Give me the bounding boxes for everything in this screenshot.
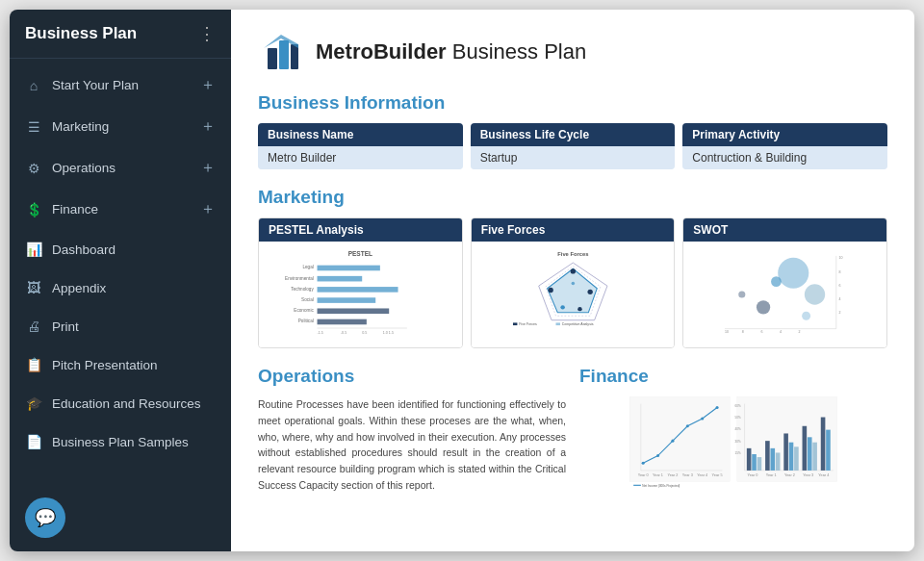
nav-plus-marketing[interactable]: ＋ (200, 116, 216, 137)
business-info-title: Business Information (258, 92, 887, 114)
svg-point-29 (560, 305, 564, 309)
svg-rect-83 (770, 448, 775, 471)
list-icon: ☰ (25, 118, 42, 136)
svg-rect-79 (747, 448, 752, 471)
nav-label-finance: Finance (52, 202, 98, 217)
info-card-value: Metro Builder (258, 146, 463, 169)
sidebar-item-finance[interactable]: 💲 Finance ＋ (10, 189, 231, 230)
sidebar-item-appendix[interactable]: 🖼 Appendix (10, 268, 231, 307)
svg-text:Year 3: Year 3 (682, 473, 693, 477)
svg-point-61 (701, 418, 704, 421)
swot-header: SWOT (683, 218, 886, 242)
sidebar-item-print[interactable]: 🖨 Print (10, 307, 231, 345)
svg-text:4: 4 (780, 330, 782, 334)
sidebar-item-start-your-plan[interactable]: ⌂ Start Your Plan ＋ (10, 64, 231, 106)
graduation-icon: 🎓 (25, 395, 42, 412)
svg-rect-91 (821, 418, 826, 471)
svg-point-27 (587, 290, 592, 294)
nav-item-left-dashboard: 📊 Dashboard (25, 241, 116, 258)
info-card: Primary Activity Contruction & Building (682, 123, 887, 169)
svg-text:10: 10 (839, 256, 843, 260)
pestel-chart: PESTEL Legal Environmental Technology So… (259, 242, 462, 347)
svg-point-48 (779, 258, 809, 289)
svg-text:-1.5: -1.5 (318, 331, 323, 335)
svg-text:PESTEL: PESTEL (348, 250, 372, 257)
svg-rect-13 (318, 287, 398, 293)
nav-plus-operations[interactable]: ＋ (200, 158, 216, 178)
sidebar-title: Business Plan (25, 24, 137, 43)
nav-label-appendix: Appendix (52, 281, 106, 295)
svg-text:Year 1: Year 1 (766, 473, 777, 477)
info-card-value: Contruction & Building (682, 146, 887, 169)
svg-text:Year 1: Year 1 (653, 473, 663, 477)
finance-title: Finance (579, 366, 887, 387)
nav-plus-start-your-plan[interactable]: ＋ (200, 75, 216, 95)
sidebar-item-operations[interactable]: ⚙ Operations ＋ (10, 147, 231, 189)
sidebar-item-education-resources[interactable]: 🎓 Education and Resources (10, 384, 231, 422)
operations-body: Routine Processes have been identified f… (258, 396, 566, 494)
image-icon: 🖼 (25, 279, 42, 296)
brand-name-bold: MetroBuilder (316, 39, 447, 64)
svg-point-62 (716, 406, 719, 409)
finance-section: Finance Year 0 Ye (579, 366, 887, 497)
nav-item-left-operations: ⚙ Operations (25, 160, 116, 177)
nav-plus-finance[interactable]: ＋ (200, 199, 216, 219)
svg-rect-2 (291, 44, 298, 69)
svg-rect-92 (826, 430, 831, 471)
nav-label-pitch-presentation: Pitch Presentation (52, 358, 158, 372)
svg-text:Five Forces: Five Forces (557, 251, 588, 257)
svg-text:Year 0: Year 0 (748, 473, 758, 477)
svg-point-59 (671, 440, 674, 443)
svg-rect-11 (318, 266, 380, 271)
sidebar: Business Plan ⋮ ⌂ Start Your Plan ＋ ☰ Ma… (10, 10, 231, 551)
svg-rect-81 (757, 457, 762, 471)
svg-rect-32 (513, 322, 517, 325)
svg-text:2: 2 (839, 311, 841, 315)
svg-text:Environmental: Environmental (285, 276, 314, 281)
svg-point-60 (686, 424, 689, 427)
sidebar-item-dashboard[interactable]: 📊 Dashboard (10, 230, 231, 268)
nav-item-left-appendix: 🖼 Appendix (25, 279, 106, 296)
svg-text:Year 4: Year 4 (697, 473, 708, 477)
document-icon: 📄 (25, 433, 42, 450)
five-forces-chart: Five Forces (472, 242, 675, 347)
home-icon: ⌂ (25, 77, 42, 94)
sidebar-item-marketing[interactable]: ☰ Marketing ＋ (10, 106, 231, 147)
sidebar-item-pitch-presentation[interactable]: 📋 Pitch Presentation (10, 345, 231, 384)
sidebar-menu-icon[interactable]: ⋮ (198, 23, 216, 44)
svg-text:6: 6 (839, 284, 841, 288)
svg-point-58 (656, 454, 659, 457)
marketing-title: Marketing (258, 187, 887, 208)
info-card: Business Life Cycle Startup (471, 123, 676, 169)
svg-text:Legal: Legal (302, 265, 313, 269)
svg-text:10: 10 (725, 330, 729, 334)
info-card-header: Business Name (258, 123, 463, 146)
svg-point-31 (571, 282, 575, 286)
svg-text:-0.5: -0.5 (341, 331, 346, 335)
svg-rect-34 (555, 322, 559, 325)
five-forces-header: Five Forces (472, 218, 675, 242)
svg-text:Year 2: Year 2 (784, 473, 795, 477)
chat-button[interactable]: 💬 (25, 497, 65, 538)
svg-rect-89 (808, 437, 812, 471)
svg-text:60%: 60% (735, 404, 741, 408)
swot-card: SWOT 10 8 6 4 2 10 8 (682, 217, 887, 348)
brand-logo-icon (258, 29, 304, 75)
svg-point-51 (771, 276, 782, 287)
nav-item-left-print: 🖨 Print (25, 318, 79, 335)
sidebar-item-business-plan-samples[interactable]: 📄 Business Plan Samples (10, 422, 231, 461)
sidebar-nav: ⌂ Start Your Plan ＋ ☰ Marketing ＋ ⚙ Oper… (10, 59, 231, 484)
nav-label-dashboard: Dashboard (52, 242, 116, 257)
svg-rect-90 (812, 443, 817, 471)
svg-text:Year 0: Year 0 (638, 473, 649, 477)
nav-item-left-business-plan-samples: 📄 Business Plan Samples (25, 433, 189, 450)
svg-text:0.5: 0.5 (362, 331, 367, 335)
svg-text:4: 4 (839, 297, 841, 301)
info-card-value: Startup (471, 146, 676, 169)
marketing-cards: PESTEL Analysis PESTEL Legal Environment… (258, 217, 887, 348)
svg-point-28 (578, 307, 581, 311)
sidebar-bottom: 💬 (10, 484, 231, 551)
svg-text:1.0 1.5: 1.0 1.5 (383, 331, 394, 335)
svg-rect-85 (783, 433, 788, 470)
svg-text:Competitive Analysis: Competitive Analysis (561, 322, 593, 326)
